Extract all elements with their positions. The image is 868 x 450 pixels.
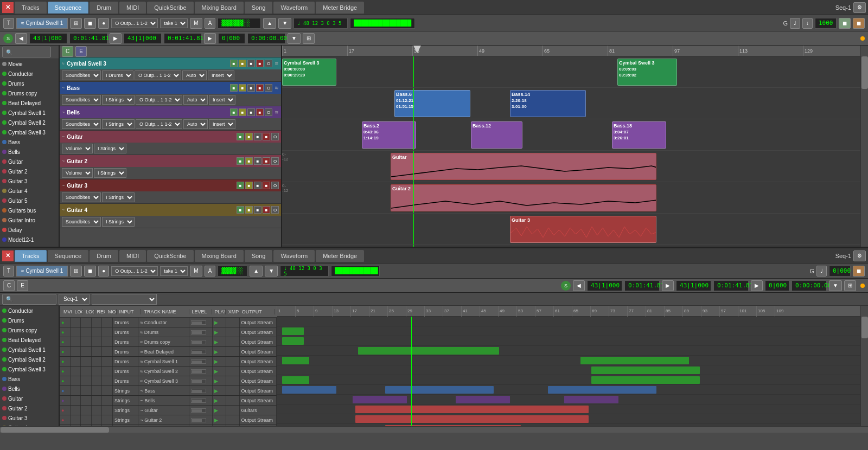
mini-clip[interactable] bbox=[385, 425, 521, 426]
lower-track-item[interactable]: Guitar 3 bbox=[0, 413, 59, 423]
lower-row[interactable]: ● Strings ~ Bells ▶ Output Stream bbox=[60, 396, 277, 406]
time-flag-btn[interactable]: ⊞ bbox=[303, 33, 315, 44]
lower-row[interactable]: ● Drums ≈ Cymbal Swell 2 ▶ Output Stream bbox=[60, 367, 277, 376]
lower-row[interactable]: ● Drums ≈ Drums copy ▶ Output Stream bbox=[60, 337, 277, 347]
clip-cymbal-1[interactable]: Cymbal Swell 30:00:00:000:00:29:29 bbox=[282, 59, 336, 86]
mini-clip[interactable] bbox=[282, 386, 336, 394]
mini-clip[interactable] bbox=[591, 376, 700, 384]
filter-dropdown-lower[interactable] bbox=[92, 294, 157, 305]
sub-type-bass[interactable]: Soundbites bbox=[62, 95, 101, 105]
tempo-up[interactable]: ▲ bbox=[263, 18, 276, 29]
upper-track-item[interactable]: Guitars bus bbox=[0, 205, 59, 215]
mini-clip[interactable] bbox=[282, 327, 304, 335]
right-scrollbar-lower[interactable] bbox=[860, 306, 868, 426]
scrollbar-thumb-lower[interactable] bbox=[861, 317, 868, 338]
clip-bass2[interactable]: Bass.20:43:061:14:19 bbox=[362, 121, 416, 149]
upper-track-item[interactable]: Drums bbox=[0, 79, 59, 88]
metro-btn1[interactable]: ◼ bbox=[839, 18, 851, 29]
upper-track-item[interactable]: Model12-1 bbox=[0, 235, 59, 245]
mini-clip[interactable] bbox=[456, 396, 510, 403]
c-button[interactable]: C bbox=[62, 46, 73, 57]
g-btn1-lower[interactable]: ♩ bbox=[816, 266, 827, 277]
lower-row[interactable]: ● Drums ≈ Conductor ▶ Output Stream bbox=[60, 318, 277, 327]
tc3-guitar3[interactable]: ■ bbox=[254, 182, 261, 189]
metro-btn1-lower[interactable]: ◼ bbox=[853, 266, 865, 277]
upper-track-item[interactable]: Cymbal Swell 1 bbox=[0, 108, 59, 118]
lower-tab-meter-bridge[interactable]: Meter Bridge bbox=[316, 250, 364, 262]
tc3-bass[interactable]: ■ bbox=[247, 84, 255, 92]
upper-track-item[interactable]: Guitar 3 bbox=[0, 176, 59, 186]
lower-track-item[interactable]: Guitar 2 bbox=[0, 403, 59, 413]
sub-mode-bass[interactable]: Insert bbox=[209, 95, 235, 105]
t-btn-lower[interactable]: T bbox=[3, 266, 14, 277]
lower-row[interactable]: ● Drums ≈ Cymbal Swell 1 ▶ Output Stream bbox=[60, 357, 277, 367]
track-icon1-lower[interactable]: ⊞ bbox=[70, 266, 82, 277]
pos-nav1[interactable]: ◀ bbox=[15, 33, 27, 44]
upper-track-item[interactable]: Beat Delayed bbox=[0, 98, 59, 108]
take-select-upper[interactable]: take 1 bbox=[160, 18, 188, 28]
tc3-guitar2[interactable]: ■ bbox=[254, 157, 261, 165]
sub-out-bass[interactable]: O Outp... 1 1-2 bbox=[136, 95, 182, 105]
s-indicator-lower[interactable]: S bbox=[561, 281, 571, 291]
lower-row[interactable]: ● Drums ≈ Cymbal Swell 3 ▶ Output Stream bbox=[60, 376, 277, 386]
tc-auto-cymbal[interactable]: O bbox=[265, 60, 272, 67]
lower-track-item[interactable]: Drums copy bbox=[0, 325, 59, 335]
upper-track-item[interactable]: Guitar bbox=[0, 157, 59, 166]
tab-meter-bridge[interactable]: Meter Bridge bbox=[316, 2, 364, 14]
g-btn1[interactable]: ♩ bbox=[790, 18, 800, 29]
scrollbar-thumb-upper[interactable] bbox=[861, 56, 868, 89]
tab-drum[interactable]: Drum bbox=[90, 2, 118, 14]
track-icon3[interactable]: ● bbox=[98, 18, 109, 29]
tc4-bells[interactable]: ■ bbox=[256, 108, 264, 116]
tc1-guitar[interactable]: ■ bbox=[237, 133, 244, 140]
mini-clip[interactable] bbox=[564, 396, 618, 403]
upper-track-item[interactable]: Guitar 2 bbox=[0, 166, 59, 176]
s-indicator[interactable]: S bbox=[3, 34, 13, 43]
pos-nav1-lower[interactable]: ◀ bbox=[573, 280, 585, 291]
lower-tab-quickscribe[interactable]: QuickScribe bbox=[147, 250, 193, 262]
upper-track-item[interactable]: Drums copy bbox=[0, 88, 59, 98]
clip-bass-14[interactable]: Bass.142:20:183:01:00 bbox=[510, 90, 586, 117]
clip-bass12[interactable]: Bass.12 bbox=[471, 121, 522, 149]
mini-clip[interactable] bbox=[355, 406, 589, 413]
tc3-guitar[interactable]: ■ bbox=[254, 133, 261, 140]
mini-clip[interactable] bbox=[282, 357, 309, 364]
e-btn-lower[interactable]: E bbox=[17, 280, 28, 291]
tc2-bass[interactable]: ■ bbox=[239, 84, 246, 92]
upper-track-item[interactable]: Guitar 5 bbox=[0, 196, 59, 205]
a-btn[interactable]: A bbox=[205, 18, 216, 29]
sub-input-cymbal[interactable]: I Drums bbox=[102, 70, 133, 80]
sub-out-cymbal[interactable]: O Outp... 1 1-2 bbox=[135, 70, 181, 80]
upper-search[interactable] bbox=[2, 47, 51, 57]
lower-track-item[interactable]: Drums bbox=[0, 316, 59, 325]
lower-row[interactable]: ● Strings ~ Bass ▶ Output Stream bbox=[60, 386, 277, 396]
t-btn[interactable]: T bbox=[3, 18, 14, 29]
sub-auto-bass[interactable]: Auto bbox=[183, 95, 208, 105]
lower-tab-sequence[interactable]: Sequence bbox=[48, 250, 89, 262]
close-btn[interactable]: ✕ bbox=[2, 2, 14, 13]
tc-rec-cymbal[interactable]: ■ bbox=[230, 60, 238, 67]
tc3-bells[interactable]: ■ bbox=[247, 108, 255, 116]
mini-clip[interactable] bbox=[580, 357, 689, 364]
output-select-upper[interactable]: O Outp... 1 1-2 bbox=[111, 18, 158, 28]
lower-row[interactable]: ● Strings ~ Guitar 2 ▶ Output Stream bbox=[60, 415, 277, 425]
upper-track-item[interactable]: Cymbal Swell 2 bbox=[0, 118, 59, 127]
tc-mute-cymbal[interactable]: ■ bbox=[239, 60, 246, 67]
tc1-guitar4[interactable]: ■ bbox=[237, 206, 244, 214]
tc2-bells[interactable]: ■ bbox=[239, 108, 246, 116]
tc-solo-cymbal[interactable]: ■ bbox=[247, 60, 255, 67]
tc1-bass[interactable]: ■ bbox=[230, 84, 238, 92]
sub-vol-guitar2[interactable]: Volume bbox=[62, 168, 93, 178]
upper-track-item[interactable]: Conductor bbox=[0, 69, 59, 79]
sub-mode-bells[interactable]: Insert bbox=[209, 119, 235, 129]
seq-settings-lower[interactable]: ⚙ bbox=[853, 250, 866, 261]
m-btn-lower[interactable]: M bbox=[190, 266, 202, 277]
tempo-down-lower[interactable]: ▼ bbox=[265, 266, 278, 277]
track-icon2[interactable]: ◼ bbox=[84, 18, 96, 29]
sub-input-guitar[interactable]: I Strings bbox=[94, 144, 126, 153]
lower-row[interactable]: ● Drums ≈ Drums ▶ Output Stream bbox=[60, 327, 277, 337]
sub-input-guitar3[interactable]: I Strings bbox=[102, 192, 135, 202]
c-btn-lower[interactable]: C bbox=[3, 280, 15, 291]
clip-guitar[interactable]: Guitar bbox=[391, 153, 656, 180]
lower-search[interactable] bbox=[2, 294, 56, 305]
